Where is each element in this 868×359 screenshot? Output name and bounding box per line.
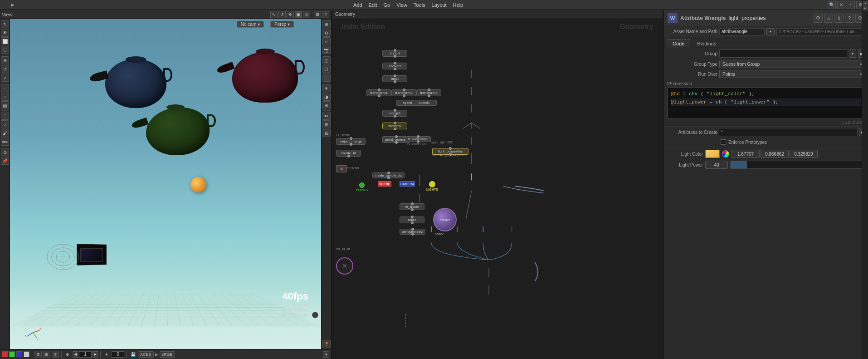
select-tool[interactable]: ↖ bbox=[1, 20, 9, 28]
zoom-out-btn[interactable]: ⊖ bbox=[322, 29, 331, 37]
edge-tool[interactable]: ⟋ bbox=[1, 93, 9, 101]
node-scene[interactable]: SCENE bbox=[378, 181, 391, 187]
node-points[interactable]: POINTS bbox=[356, 182, 368, 192]
lasso-tool[interactable]: 〇 bbox=[1, 46, 9, 54]
grid-settings-btn[interactable]: ⊞ bbox=[43, 351, 50, 358]
run-over-dropdown[interactable]: Points ▾ bbox=[719, 70, 865, 78]
node-object-merge[interactable]: object_merge bbox=[336, 138, 366, 145]
perspective-button[interactable]: Persp ▾ bbox=[270, 21, 294, 28]
home-node-btn[interactable]: ⌂ bbox=[824, 14, 833, 23]
box-select-tool[interactable]: ⬜ bbox=[1, 37, 9, 45]
rotate-tool-icon[interactable]: ↺ bbox=[278, 11, 286, 18]
expand-btn[interactable]: ▸ bbox=[863, 10, 868, 10]
group-type-dropdown[interactable]: Guess from Group ▾ bbox=[719, 60, 865, 68]
node-camera[interactable]: CAMERA bbox=[400, 181, 415, 187]
display-options-btn[interactable]: ◫ bbox=[52, 351, 59, 358]
node-convert[interactable]: convert bbox=[382, 63, 407, 69]
cursor-tool-icon[interactable]: ↖ bbox=[270, 11, 278, 18]
tab-code[interactable]: Code bbox=[667, 39, 690, 48]
pin-tool[interactable]: 📌 bbox=[1, 157, 9, 165]
rotate-tool[interactable]: ↺ bbox=[1, 65, 9, 73]
nodegraph-canvas[interactable]: import convert blast tr bbox=[332, 19, 663, 359]
help-icon[interactable]: ? bbox=[322, 11, 329, 18]
grid-icon[interactable]: ⊞ bbox=[314, 11, 321, 18]
node-blast[interactable]: blast bbox=[382, 75, 407, 82]
light-btn[interactable]: ☀ bbox=[322, 84, 331, 92]
node-attribpromote2[interactable]: attribpromote2 bbox=[400, 229, 425, 235]
node-create-sample-pts[interactable]: create_sample_pts bbox=[372, 172, 405, 178]
color-g-input[interactable]: 0.866862 bbox=[761, 150, 789, 158]
decrement-frame-btn[interactable]: ◀ bbox=[73, 351, 78, 358]
prim-tool[interactable]: ▤ bbox=[1, 101, 9, 109]
srgb-selector[interactable]: sRGB bbox=[160, 351, 175, 358]
color-wheel-indicator[interactable] bbox=[722, 150, 729, 157]
render-settings-btn[interactable]: ⚙ bbox=[34, 351, 42, 358]
minimize-btn[interactable]: − bbox=[847, 1, 855, 9]
node-transform2[interactable]: transform2 bbox=[391, 89, 416, 96]
view-tool[interactable]: 👁 bbox=[1, 29, 9, 37]
attributes-create-input[interactable]: * bbox=[719, 128, 858, 136]
scale-tool[interactable]: ⤢ bbox=[1, 74, 9, 82]
color-b-input[interactable]: 0.325829 bbox=[790, 150, 818, 158]
asset-path-input[interactable]: C:/PROGRA~1/SIDEEF~1/HOUDIN~1.46... bbox=[776, 28, 865, 35]
asset-name-input[interactable]: attribwrangle bbox=[719, 28, 765, 35]
group-dropdown-btn[interactable]: ▾ bbox=[849, 49, 856, 58]
display-mode-btn[interactable]: ◫ bbox=[322, 56, 331, 64]
grid-toggle-btn[interactable]: 12 bbox=[322, 112, 331, 120]
frame-value[interactable]: 1 bbox=[79, 351, 92, 358]
overlay-btn[interactable]: ⊞ bbox=[322, 120, 331, 128]
node-import[interactable]: import bbox=[382, 50, 407, 57]
menu-help[interactable]: Help bbox=[450, 2, 467, 8]
tab-bindings[interactable]: Bindings bbox=[691, 39, 722, 48]
light-power-slider[interactable] bbox=[730, 161, 865, 169]
node-lights[interactable]: LIGHTS bbox=[426, 181, 438, 191]
close-btn[interactable]: ✕ bbox=[837, 1, 845, 9]
solid-mode-btn[interactable]: ⬛ bbox=[322, 74, 331, 82]
pan-tool-icon[interactable]: ✥ bbox=[287, 11, 294, 18]
background-btn[interactable]: ⊟ bbox=[322, 129, 331, 137]
asset-dropdown-btn[interactable]: ▾ bbox=[766, 28, 775, 35]
node-merge1[interactable]: merge1 bbox=[382, 110, 407, 117]
paint-tool[interactable]: 🖌 bbox=[1, 129, 9, 137]
viewport-3d-canvas[interactable]: Persp ▾ No cam ▾ 40fps 25.20ms 92,973 pr… bbox=[10, 19, 321, 349]
menu-add[interactable]: Add bbox=[350, 2, 366, 8]
node-material[interactable]: material bbox=[382, 123, 407, 129]
measure-tool[interactable]: ⊿ bbox=[1, 120, 9, 128]
info-button[interactable]: i bbox=[312, 312, 318, 318]
normal-btn[interactable]: ⊛ bbox=[322, 101, 331, 109]
translate-tool[interactable]: ⊕ bbox=[1, 56, 9, 64]
aces-selector[interactable]: ACES bbox=[138, 351, 154, 358]
nocam-button[interactable]: No cam ▾ bbox=[237, 21, 264, 28]
light-power-input[interactable]: 40 bbox=[705, 161, 728, 169]
node-transform1[interactable]: transform1 bbox=[366, 89, 391, 96]
menu-layout[interactable]: Layout bbox=[429, 2, 450, 8]
code-editor[interactable]: @Cd = chv ( "light_color" ); @light_powe… bbox=[668, 87, 864, 119]
node-create-id[interactable]: create_id bbox=[336, 150, 361, 157]
snap-icon[interactable]: ◎ bbox=[303, 11, 310, 18]
node-transform3[interactable]: transform3 bbox=[416, 89, 441, 96]
menu-go[interactable]: Go bbox=[380, 2, 394, 8]
node-rtr-tracer[interactable]: rtr_tracer bbox=[400, 203, 424, 210]
abc-tool[interactable]: abc bbox=[1, 138, 9, 146]
info-node-btn[interactable]: ℹ bbox=[834, 14, 844, 23]
delete-circle-node[interactable]: ✕ bbox=[336, 257, 353, 275]
menu-edit[interactable]: Edit bbox=[366, 2, 380, 8]
render-icon[interactable]: ▣ bbox=[295, 11, 302, 18]
node-add2[interactable]: add2 bbox=[400, 216, 424, 223]
wire-mode-btn[interactable]: ⬡ bbox=[322, 65, 331, 73]
extra-tool[interactable]: ⊙ bbox=[1, 148, 9, 156]
question-btn[interactable]: ? bbox=[845, 14, 854, 23]
node-fit-curveorigin[interactable]: fit_curveOrigin bbox=[405, 136, 431, 142]
channel-selector-arrow[interactable]: ▾ bbox=[323, 351, 329, 358]
point-tool[interactable]: · bbox=[1, 84, 9, 92]
color-r-input[interactable]: 1.67707 bbox=[731, 150, 760, 158]
menu-view[interactable]: View bbox=[393, 2, 410, 8]
enforce-checkbox[interactable] bbox=[721, 139, 726, 145]
increment-frame-btn[interactable]: ▶ bbox=[93, 351, 98, 358]
color-swatch-display[interactable] bbox=[705, 150, 720, 158]
search-icon[interactable]: 🔍 bbox=[828, 1, 836, 9]
snap-tool[interactable]: ⋮ bbox=[1, 112, 9, 120]
marker-btn[interactable]: 📍 bbox=[322, 340, 331, 348]
zoom-in-btn[interactable]: ⊕ bbox=[322, 20, 331, 28]
node-speed3[interactable]: speed3 bbox=[412, 100, 437, 106]
